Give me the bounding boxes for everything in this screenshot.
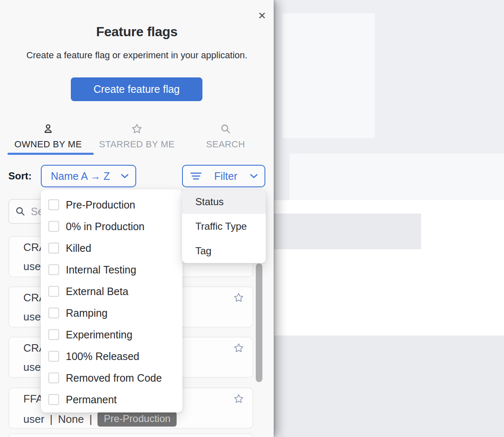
page-subtitle: Create a feature flag or experiment in y… [0,50,274,61]
sort-dropdown[interactable]: Name A → Z [41,165,136,187]
status-option[interactable]: Pre-Production [41,194,182,216]
flag-meta: user | None | Pre-Production [23,412,177,427]
tab-owned-by-me[interactable]: OWNED BY ME [4,123,92,150]
skeleton-block [282,13,375,138]
meta-separator: | [50,413,53,426]
status-option-label: 100% Released [66,350,140,363]
status-option-label: Removed from Code [66,372,162,384]
star-icon[interactable] [233,343,244,353]
tab-label: SEARCH [206,139,245,150]
status-option-label: Killed [66,242,91,254]
checkbox[interactable] [48,308,59,318]
status-option[interactable]: Experimenting [41,324,182,345]
scrollbar-thumb[interactable] [256,263,262,382]
flag-traffic-type: None [58,413,84,426]
filter-dropdown[interactable]: Filter [182,165,265,187]
filter-option-status[interactable]: Status [182,189,266,214]
status-option[interactable]: Permanent [41,389,182,410]
background-page [274,0,504,437]
search-icon [15,206,26,217]
checkbox[interactable] [48,286,59,297]
skeleton-block [289,154,504,200]
status-option-label: 0% in Production [66,221,145,233]
tab-search[interactable]: SEARCH [181,123,270,150]
search-icon [220,123,231,136]
skeleton-block [274,214,421,249]
person-icon [42,123,54,136]
tab-starred-by-me[interactable]: STARRED BY ME [92,123,181,150]
status-option-label: Experimenting [66,329,132,341]
status-option-label: Ramping [66,307,107,319]
filter-lines-icon [190,172,202,180]
star-icon[interactable] [233,292,244,303]
checkbox[interactable] [48,221,59,232]
checkbox[interactable] [48,264,59,275]
status-option-label: Pre-Production [66,199,135,211]
status-option[interactable]: External Beta [41,281,182,302]
status-option[interactable]: 0% in Production [41,216,182,237]
status-badge: Pre-Production [97,412,177,427]
chevron-down-icon [250,174,258,179]
tab-bar: OWNED BY ME STARRED BY ME SEARCH [4,123,270,150]
close-icon[interactable]: ✕ [258,11,266,21]
star-icon [131,123,142,136]
checkbox[interactable] [48,199,59,210]
create-feature-flag-button[interactable]: Create feature flag [71,77,202,101]
status-option-label: Internal Testing [66,264,136,276]
page-title: Feature flags [0,24,274,40]
flag-traffic: user [23,413,45,426]
status-option[interactable]: Killed [41,237,182,259]
active-tab-underline [7,153,94,155]
skeleton-block [274,335,504,437]
checkbox[interactable] [48,351,59,362]
status-option[interactable]: 100% Released [41,345,182,367]
status-option[interactable]: Removed from Code [41,367,182,389]
screen: ✕ Feature flags Create a feature flag or… [0,0,504,437]
checkbox[interactable] [48,329,59,340]
tab-label: STARRED BY ME [99,139,175,150]
status-option[interactable]: Ramping [41,302,182,324]
status-option-label: Permanent [66,394,117,406]
filter-dropdown-label: Filter [214,170,237,182]
tab-label: OWNED BY ME [15,139,82,150]
status-filter-menu: Pre-Production 0% in Production Killed I… [41,189,182,412]
meta-separator: | [90,413,92,426]
sort-dropdown-value: Name A → Z [51,170,110,182]
sort-label: Sort: [8,170,32,182]
star-icon[interactable] [233,393,244,404]
checkbox[interactable] [48,394,59,405]
filter-option-traffic-type[interactable]: Traffic Type [182,214,266,238]
flag-card[interactable] [8,433,253,437]
status-option[interactable]: Internal Testing [41,259,182,281]
filter-category-menu: Status Traffic Type Tag [182,189,266,263]
chevron-down-icon [121,174,129,179]
checkbox[interactable] [48,372,59,383]
checkbox[interactable] [48,243,59,253]
status-option-label: External Beta [66,286,128,298]
filter-option-tag[interactable]: Tag [182,238,266,263]
